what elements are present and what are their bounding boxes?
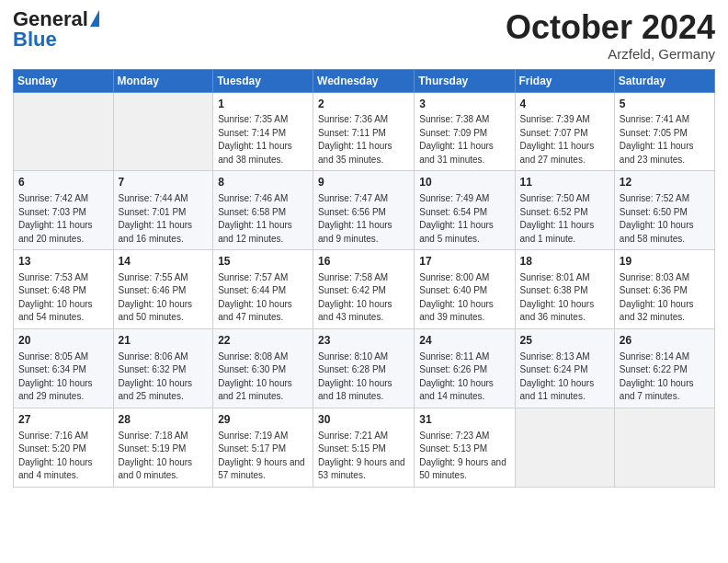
day-number: 27 (18, 412, 108, 428)
calendar-header-thursday: Thursday (415, 69, 515, 92)
day-number: 5 (620, 97, 710, 112)
calendar-cell: 28Sunrise: 7:18 AM Sunset: 5:19 PM Dayli… (113, 408, 213, 487)
day-info: Sunrise: 7:16 AM Sunset: 5:20 PM Dayligh… (18, 430, 108, 483)
calendar-cell: 26Sunrise: 8:14 AM Sunset: 6:22 PM Dayli… (614, 328, 714, 408)
day-number: 17 (419, 254, 509, 270)
calendar-cell: 6Sunrise: 7:42 AM Sunset: 7:03 PM Daylig… (14, 171, 114, 250)
calendar-header-saturday: Saturday (614, 69, 714, 92)
day-info: Sunrise: 8:05 AM Sunset: 6:34 PM Dayligh… (18, 350, 108, 404)
calendar-week-1: 1Sunrise: 7:35 AM Sunset: 7:14 PM Daylig… (14, 92, 715, 171)
calendar-cell: 18Sunrise: 8:01 AM Sunset: 6:38 PM Dayli… (515, 250, 614, 329)
calendar-cell: 2Sunrise: 7:36 AM Sunset: 7:11 PM Daylig… (313, 92, 415, 171)
day-info: Sunrise: 7:39 AM Sunset: 7:07 PM Dayligh… (520, 113, 609, 167)
calendar-cell: 29Sunrise: 7:19 AM Sunset: 5:17 PM Dayli… (213, 408, 313, 487)
day-info: Sunrise: 7:18 AM Sunset: 5:19 PM Dayligh… (119, 430, 209, 483)
day-info: Sunrise: 8:14 AM Sunset: 6:22 PM Dayligh… (620, 350, 710, 404)
day-number: 25 (520, 333, 609, 349)
calendar-cell: 4Sunrise: 7:39 AM Sunset: 7:07 PM Daylig… (515, 92, 614, 171)
page: General Blue October 2024 Arzfeld, Germa… (0, 0, 728, 563)
day-info: Sunrise: 8:10 AM Sunset: 6:28 PM Dayligh… (318, 350, 409, 404)
calendar-cell: 14Sunrise: 7:55 AM Sunset: 6:46 PM Dayli… (113, 250, 213, 329)
day-info: Sunrise: 7:52 AM Sunset: 6:50 PM Dayligh… (620, 192, 710, 246)
calendar-cell: 17Sunrise: 8:00 AM Sunset: 6:40 PM Dayli… (415, 250, 515, 329)
month-title: October 2024 (506, 9, 715, 46)
calendar-header-row: SundayMondayTuesdayWednesdayThursdayFrid… (14, 69, 715, 92)
day-number: 24 (419, 333, 509, 349)
day-number: 10 (419, 175, 509, 190)
day-info: Sunrise: 7:47 AM Sunset: 6:56 PM Dayligh… (318, 192, 409, 246)
calendar-header-tuesday: Tuesday (213, 69, 313, 92)
calendar-header-sunday: Sunday (14, 69, 114, 92)
day-info: Sunrise: 8:11 AM Sunset: 6:26 PM Dayligh… (419, 350, 509, 404)
calendar-week-2: 6Sunrise: 7:42 AM Sunset: 7:03 PM Daylig… (14, 171, 715, 250)
day-info: Sunrise: 7:41 AM Sunset: 7:05 PM Dayligh… (620, 113, 710, 167)
calendar-cell: 8Sunrise: 7:46 AM Sunset: 6:58 PM Daylig… (213, 171, 313, 250)
calendar-week-4: 20Sunrise: 8:05 AM Sunset: 6:34 PM Dayli… (14, 328, 715, 408)
day-info: Sunrise: 7:58 AM Sunset: 6:42 PM Dayligh… (318, 271, 409, 325)
day-number: 22 (218, 333, 308, 349)
day-info: Sunrise: 8:08 AM Sunset: 6:30 PM Dayligh… (218, 350, 308, 404)
day-number: 19 (620, 254, 710, 270)
logo-blue: Blue (13, 29, 57, 50)
day-number: 4 (520, 97, 609, 112)
location: Arzfeld, Germany (506, 46, 715, 62)
logo-triangle-icon (90, 10, 99, 27)
day-number: 11 (520, 175, 609, 190)
header: General Blue October 2024 Arzfeld, Germa… (13, 9, 715, 62)
logo-general: General (13, 9, 88, 29)
day-number: 13 (18, 254, 108, 270)
calendar-header-friday: Friday (515, 69, 614, 92)
day-info: Sunrise: 8:00 AM Sunset: 6:40 PM Dayligh… (419, 271, 509, 325)
day-info: Sunrise: 7:50 AM Sunset: 6:52 PM Dayligh… (520, 192, 609, 246)
day-number: 12 (620, 175, 710, 190)
day-number: 8 (218, 175, 308, 190)
title-area: October 2024 Arzfeld, Germany (506, 9, 715, 62)
calendar-cell: 3Sunrise: 7:38 AM Sunset: 7:09 PM Daylig… (415, 92, 515, 171)
calendar-cell: 13Sunrise: 7:53 AM Sunset: 6:48 PM Dayli… (14, 250, 114, 329)
calendar-cell: 23Sunrise: 8:10 AM Sunset: 6:28 PM Dayli… (313, 328, 415, 408)
calendar: SundayMondayTuesdayWednesdayThursdayFrid… (13, 69, 715, 488)
calendar-cell: 9Sunrise: 7:47 AM Sunset: 6:56 PM Daylig… (313, 171, 415, 250)
day-info: Sunrise: 7:23 AM Sunset: 5:13 PM Dayligh… (419, 430, 509, 483)
calendar-cell: 15Sunrise: 7:57 AM Sunset: 6:44 PM Dayli… (213, 250, 313, 329)
logo-text: General (13, 9, 99, 29)
day-number: 21 (119, 333, 209, 349)
calendar-cell: 19Sunrise: 8:03 AM Sunset: 6:36 PM Dayli… (614, 250, 714, 329)
day-number: 20 (18, 333, 108, 349)
day-info: Sunrise: 8:03 AM Sunset: 6:36 PM Dayligh… (620, 271, 710, 325)
day-number: 9 (318, 175, 409, 190)
day-info: Sunrise: 7:42 AM Sunset: 7:03 PM Dayligh… (18, 192, 108, 246)
day-info: Sunrise: 8:13 AM Sunset: 6:24 PM Dayligh… (520, 350, 609, 404)
day-number: 31 (419, 412, 509, 428)
day-info: Sunrise: 7:38 AM Sunset: 7:09 PM Dayligh… (419, 113, 509, 167)
day-info: Sunrise: 7:44 AM Sunset: 7:01 PM Dayligh… (119, 192, 209, 246)
day-info: Sunrise: 7:35 AM Sunset: 7:14 PM Dayligh… (218, 113, 308, 167)
calendar-cell: 20Sunrise: 8:05 AM Sunset: 6:34 PM Dayli… (14, 328, 114, 408)
calendar-week-5: 27Sunrise: 7:16 AM Sunset: 5:20 PM Dayli… (14, 408, 715, 487)
day-number: 28 (119, 412, 209, 428)
day-number: 23 (318, 333, 409, 349)
calendar-cell: 21Sunrise: 8:06 AM Sunset: 6:32 PM Dayli… (113, 328, 213, 408)
day-info: Sunrise: 7:55 AM Sunset: 6:46 PM Dayligh… (119, 271, 209, 325)
day-number: 2 (318, 97, 409, 112)
day-info: Sunrise: 7:46 AM Sunset: 6:58 PM Dayligh… (218, 192, 308, 246)
day-number: 30 (318, 412, 409, 428)
calendar-cell: 1Sunrise: 7:35 AM Sunset: 7:14 PM Daylig… (213, 92, 313, 171)
day-number: 6 (18, 175, 108, 190)
day-info: Sunrise: 8:01 AM Sunset: 6:38 PM Dayligh… (520, 271, 609, 325)
calendar-cell: 22Sunrise: 8:08 AM Sunset: 6:30 PM Dayli… (213, 328, 313, 408)
day-info: Sunrise: 7:19 AM Sunset: 5:17 PM Dayligh… (218, 430, 308, 483)
calendar-cell (515, 408, 614, 487)
day-number: 29 (218, 412, 308, 428)
calendar-cell: 30Sunrise: 7:21 AM Sunset: 5:15 PM Dayli… (313, 408, 415, 487)
calendar-header-wednesday: Wednesday (313, 69, 415, 92)
day-number: 18 (520, 254, 609, 270)
calendar-cell: 25Sunrise: 8:13 AM Sunset: 6:24 PM Dayli… (515, 328, 614, 408)
calendar-header-monday: Monday (113, 69, 213, 92)
calendar-cell (14, 92, 114, 171)
calendar-cell: 5Sunrise: 7:41 AM Sunset: 7:05 PM Daylig… (614, 92, 714, 171)
calendar-week-3: 13Sunrise: 7:53 AM Sunset: 6:48 PM Dayli… (14, 250, 715, 329)
day-info: Sunrise: 8:06 AM Sunset: 6:32 PM Dayligh… (119, 350, 209, 404)
calendar-cell (614, 408, 714, 487)
day-number: 15 (218, 254, 308, 270)
